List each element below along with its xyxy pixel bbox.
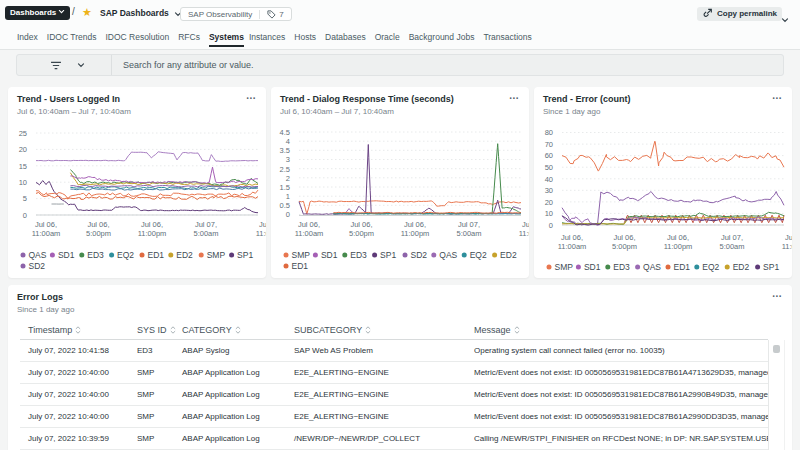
svg-text:70: 70 [545, 140, 553, 149]
svg-text:Jul 07,: Jul 07, [458, 220, 480, 229]
svg-text:SD1: SD1 [321, 250, 338, 260]
svg-text:11:00am: 11:00am [295, 229, 324, 238]
svg-text:10: 10 [545, 209, 553, 218]
svg-text:ED3: ED3 [350, 250, 367, 260]
svg-text:0: 0 [286, 210, 290, 219]
svg-text:50: 50 [545, 163, 553, 172]
svg-text:SMP: SMP [292, 250, 311, 260]
svg-text:1: 1 [286, 192, 290, 201]
svg-text:11:00pm: 11:00pm [401, 229, 430, 238]
svg-text:Jul 07,: Jul 07, [259, 220, 266, 229]
svg-text:11:00am: 11:00am [256, 229, 266, 238]
svg-text:0: 0 [23, 211, 27, 220]
svg-text:11:00pm: 11:00pm [664, 242, 693, 251]
svg-text:4: 4 [286, 137, 290, 146]
svg-text:SD2: SD2 [29, 261, 46, 271]
svg-text:80: 80 [545, 128, 553, 137]
svg-text:ED2: ED2 [500, 250, 517, 260]
svg-text:15: 15 [19, 162, 27, 171]
svg-text:Jul 07,: Jul 07, [522, 220, 529, 229]
svg-text:11:00am: 11:00am [782, 242, 792, 251]
svg-text:5:00pm: 5:00pm [86, 229, 111, 238]
svg-text:SP1: SP1 [763, 262, 779, 272]
svg-text:30: 30 [545, 186, 553, 195]
svg-text:0: 0 [549, 221, 553, 230]
svg-text:1.5: 1.5 [280, 183, 290, 192]
svg-text:SP1: SP1 [380, 250, 396, 260]
svg-text:Jul 07,: Jul 07, [195, 220, 217, 229]
svg-text:SD2: SD2 [411, 250, 428, 260]
svg-text:11:00am: 11:00am [32, 229, 61, 238]
svg-text:EQ2: EQ2 [117, 250, 134, 260]
svg-text:Jul 06,: Jul 06, [35, 220, 57, 229]
svg-text:11:00pm: 11:00pm [138, 229, 167, 238]
svg-text:3: 3 [286, 155, 290, 164]
svg-text:2.5: 2.5 [280, 165, 290, 174]
svg-text:Jul 06,: Jul 06, [141, 220, 163, 229]
svg-text:ED1: ED1 [292, 261, 309, 271]
svg-text:5:00pm: 5:00pm [349, 229, 374, 238]
svg-text:ED1: ED1 [674, 262, 691, 272]
svg-text:QAS: QAS [643, 262, 661, 272]
svg-text:25: 25 [19, 129, 27, 138]
svg-text:SMP: SMP [555, 262, 574, 272]
svg-text:20: 20 [19, 145, 27, 154]
svg-text:QAS: QAS [29, 250, 47, 260]
svg-text:4.5: 4.5 [280, 128, 290, 137]
svg-text:SP1: SP1 [237, 250, 253, 260]
svg-text:ED2: ED2 [733, 262, 750, 272]
svg-text:5: 5 [23, 194, 27, 203]
svg-text:5:00am: 5:00am [719, 242, 744, 251]
svg-text:3.5: 3.5 [280, 146, 290, 155]
svg-text:2: 2 [286, 174, 290, 183]
svg-text:5:00pm: 5:00pm [612, 242, 637, 251]
svg-text:11:00am: 11:00am [558, 242, 587, 251]
svg-text:SD1: SD1 [58, 250, 75, 260]
svg-text:ED1: ED1 [148, 250, 165, 260]
svg-text:ED3: ED3 [87, 250, 104, 260]
svg-text:Jul 06,: Jul 06, [404, 220, 426, 229]
svg-text:11:00am: 11:00am [519, 229, 529, 238]
svg-text:Jul 06,: Jul 06, [298, 220, 320, 229]
svg-text:40: 40 [545, 175, 553, 184]
svg-text:SD1: SD1 [584, 262, 601, 272]
svg-text:20: 20 [545, 198, 553, 207]
svg-text:60: 60 [545, 151, 553, 160]
svg-text:EQ2: EQ2 [702, 262, 719, 272]
svg-text:ED2: ED2 [176, 250, 193, 260]
svg-text:QAS: QAS [439, 250, 457, 260]
svg-text:0.5: 0.5 [280, 201, 290, 210]
svg-text:10: 10 [19, 178, 27, 187]
svg-text:5:00am: 5:00am [193, 229, 218, 238]
svg-text:SMP: SMP [207, 250, 226, 260]
svg-text:5:00am: 5:00am [456, 229, 481, 238]
svg-text:Jul 06,: Jul 06, [350, 220, 372, 229]
svg-text:EQ2: EQ2 [470, 250, 487, 260]
svg-text:Jul 06,: Jul 06, [87, 220, 109, 229]
svg-text:ED3: ED3 [613, 262, 630, 272]
